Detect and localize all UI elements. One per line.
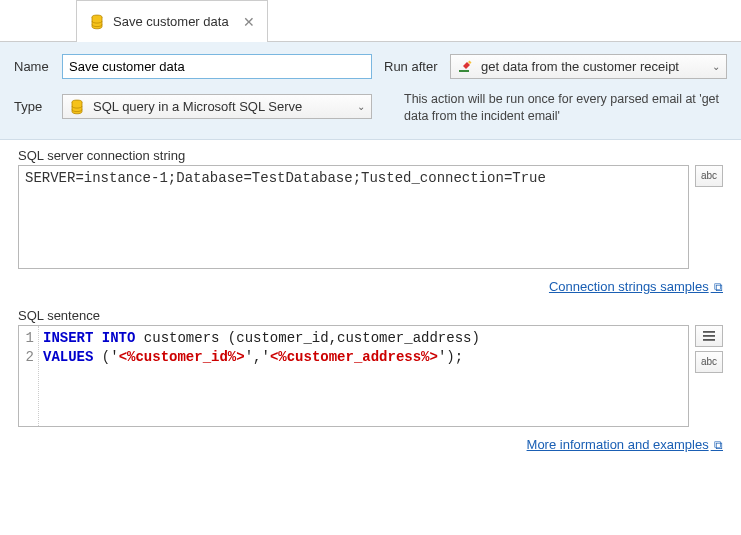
sql-examples-link[interactable]: More information and examples ⧉ — [527, 437, 723, 452]
sql-section: SQL sentence 12 INSERT INTO customers (c… — [0, 300, 741, 431]
database-icon — [69, 99, 85, 115]
conn-string-input[interactable]: SERVER=instance-1;Database=TestDatabase;… — [18, 165, 689, 269]
tab-save-customer-data[interactable]: Save customer data ✕ — [76, 0, 268, 42]
conn-label: SQL server connection string — [18, 148, 723, 163]
sql-label: SQL sentence — [18, 308, 723, 323]
type-value: SQL query in a Microsoft SQL Serve — [93, 99, 345, 114]
sql-link-row: More information and examples ⧉ — [0, 431, 741, 458]
tab-title: Save customer data — [113, 14, 229, 29]
hamburger-icon — [702, 330, 716, 342]
form-panel: Name Run after get data from the custome… — [0, 42, 741, 140]
helper-text: This action will be run once for every p… — [380, 89, 727, 125]
external-link-icon: ⧉ — [711, 438, 723, 452]
conn-section: SQL server connection string SERVER=inst… — [0, 140, 741, 273]
run-after-value: get data from the customer receipt — [481, 59, 700, 74]
database-icon — [89, 14, 105, 30]
sql-editor[interactable]: 12 INSERT INTO customers (customer_id,cu… — [18, 325, 689, 427]
type-select[interactable]: SQL query in a Microsoft SQL Serve ⌄ — [62, 94, 372, 119]
chevron-down-icon: ⌄ — [712, 61, 720, 72]
action-icon — [457, 59, 473, 75]
sql-link-text: More information and examples — [527, 437, 709, 452]
abc-button[interactable]: abc — [695, 165, 723, 187]
conn-link-text: Connection strings samples — [549, 279, 709, 294]
line-gutter: 12 — [19, 326, 39, 426]
type-label: Type — [14, 99, 54, 114]
tab-bar: Save customer data ✕ — [0, 0, 741, 42]
conn-link-row: Connection strings samples ⧉ — [0, 273, 741, 300]
close-icon[interactable]: ✕ — [243, 14, 255, 30]
menu-button[interactable] — [695, 325, 723, 347]
sql-code[interactable]: INSERT INTO customers (customer_id,custo… — [39, 326, 688, 426]
conn-samples-link[interactable]: Connection strings samples ⧉ — [549, 279, 723, 294]
external-link-icon: ⧉ — [711, 280, 723, 294]
name-label: Name — [14, 59, 54, 74]
svg-rect-4 — [703, 335, 715, 337]
run-after-label: Run after — [380, 59, 442, 74]
chevron-down-icon: ⌄ — [357, 101, 365, 112]
svg-rect-1 — [459, 70, 469, 72]
run-after-select[interactable]: get data from the customer receipt ⌄ — [450, 54, 727, 79]
svg-rect-3 — [703, 331, 715, 333]
name-input[interactable] — [62, 54, 372, 79]
svg-rect-5 — [703, 339, 715, 341]
abc-button[interactable]: abc — [695, 351, 723, 373]
